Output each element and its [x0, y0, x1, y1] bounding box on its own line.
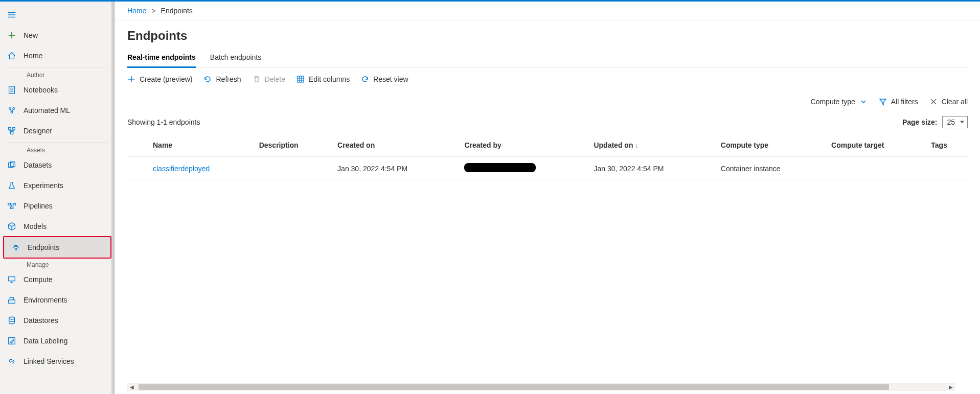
svg-rect-21	[9, 277, 15, 281]
sidebar-pipelines[interactable]: Pipelines	[0, 196, 115, 216]
sidebar-hamburger[interactable]	[0, 5, 115, 25]
sidebar-item-label: Datasets	[24, 161, 52, 169]
sidebar: New Home Author Notebooks Automated ML	[0, 2, 115, 394]
svg-rect-17	[8, 203, 10, 205]
link-icon	[7, 357, 16, 366]
pipeline-icon	[7, 201, 16, 211]
refresh-button[interactable]: Refresh	[203, 75, 241, 83]
svg-rect-22	[9, 300, 15, 303]
cell-created-on: Jan 30, 2022 4:54 PM	[332, 157, 459, 180]
sidebar-item-label: Designer	[24, 127, 52, 135]
sidebar-item-label: Notebooks	[24, 86, 58, 94]
column-description[interactable]: Description	[254, 133, 332, 157]
notebook-icon	[7, 85, 16, 95]
row-checkbox[interactable]	[127, 157, 148, 180]
column-created-by[interactable]: Created by	[459, 133, 588, 157]
sidebar-experiments[interactable]: Experiments	[0, 175, 115, 196]
sidebar-datasets[interactable]: Datasets	[0, 155, 115, 175]
sidebar-group-manage: Manage	[0, 258, 115, 269]
sidebar-home-label: Home	[24, 52, 42, 60]
edit-icon	[7, 336, 16, 345]
clear-all-button[interactable]: Clear all	[929, 98, 968, 106]
column-tags[interactable]: Tags	[926, 133, 968, 157]
filters-row: Compute type All filters Clear all	[127, 88, 968, 109]
column-name[interactable]: Name	[148, 133, 254, 157]
reset-view-button[interactable]: Reset view	[361, 75, 408, 83]
sidebar-datastores[interactable]: Datastores	[0, 310, 115, 331]
endpoint-link[interactable]: classifierdeployed	[153, 165, 210, 173]
toolbar-label: Refresh	[216, 75, 241, 83]
cube-icon	[7, 222, 16, 231]
sidebar-item-label: Datastores	[24, 316, 58, 325]
column-compute-type[interactable]: Compute type	[716, 133, 826, 157]
sidebar-item-label: Experiments	[24, 181, 63, 190]
column-compute-target[interactable]: Compute target	[826, 133, 926, 157]
sidebar-item-label: Data Labeling	[24, 337, 67, 345]
page-title: Endpoints	[127, 29, 968, 43]
plus-icon	[7, 31, 16, 40]
svg-rect-27	[298, 76, 304, 82]
hamburger-icon	[7, 10, 16, 19]
table-row[interactable]: classifierdeployed Jan 30, 2022 4:54 PM …	[127, 157, 968, 180]
sidebar-automated-ml[interactable]: Automated ML	[0, 100, 115, 121]
refresh-icon	[203, 75, 212, 83]
sort-down-icon: ↓	[635, 142, 638, 149]
tab-batch-endpoints[interactable]: Batch endpoints	[210, 48, 261, 67]
sidebar-item-label: Compute	[24, 275, 53, 284]
sidebar-group-author: Author	[0, 68, 115, 80]
tab-realtime-endpoints[interactable]: Real-time endpoints	[127, 48, 196, 67]
database-icon	[7, 316, 16, 325]
toolbar-label: Create (preview)	[140, 75, 192, 83]
cell-name: classifierdeployed	[148, 157, 254, 180]
column-select-all[interactable]	[127, 133, 148, 157]
cell-created-by	[459, 157, 588, 180]
all-filters-button[interactable]: All filters	[879, 98, 918, 106]
svg-point-10	[13, 108, 15, 110]
create-button[interactable]: Create (preview)	[127, 75, 192, 83]
column-created-on[interactable]: Created on	[332, 133, 459, 157]
monitor-icon	[7, 275, 16, 284]
trash-icon	[253, 75, 261, 83]
home-icon	[7, 51, 16, 60]
circle-checkbox-icon	[132, 163, 142, 172]
chevron-down-icon	[859, 98, 868, 106]
svg-point-23	[9, 317, 15, 319]
sidebar-item-label: Endpoints	[28, 243, 59, 251]
sidebar-linked-services[interactable]: Linked Services	[0, 351, 115, 372]
command-bar: Create (preview) Refresh Delete Edit col…	[127, 68, 968, 88]
page-size-select[interactable]: 25	[942, 116, 968, 128]
table-container: Name Description Created on Created by U…	[127, 133, 968, 383]
sidebar-data-labeling[interactable]: Data Labeling	[0, 331, 115, 351]
cell-compute-type: Container instance	[716, 157, 826, 180]
sidebar-notebooks[interactable]: Notebooks	[0, 80, 115, 100]
scroll-thumb[interactable]	[139, 384, 889, 390]
sidebar-compute[interactable]: Compute	[0, 269, 115, 290]
scroll-left-arrow-icon[interactable]: ◀	[127, 383, 136, 391]
column-updated-on[interactable]: Updated on↓	[588, 133, 715, 157]
tabs: Real-time endpoints Batch endpoints	[127, 48, 968, 68]
filter-icon	[879, 98, 887, 106]
sidebar-item-label: Automated ML	[24, 106, 70, 114]
annotation-highlight: Endpoints	[3, 236, 111, 259]
sidebar-new[interactable]: New	[0, 25, 115, 45]
sidebar-item-label: Pipelines	[24, 202, 53, 210]
sidebar-designer[interactable]: Designer	[0, 121, 115, 141]
scroll-right-arrow-icon[interactable]: ▶	[946, 383, 955, 391]
horizontal-scrollbar[interactable]: ◀ ▶	[127, 383, 955, 391]
svg-rect-18	[13, 203, 16, 205]
compute-type-filter[interactable]: Compute type	[811, 98, 868, 106]
sidebar-endpoints[interactable]: Endpoints	[4, 237, 110, 258]
sidebar-home[interactable]: Home	[0, 45, 115, 66]
endpoint-icon	[11, 243, 20, 252]
breadcrumb: Home > Endpoints	[115, 2, 980, 20]
filter-label: All filters	[891, 98, 918, 106]
sidebar-item-label: Linked Services	[24, 357, 74, 365]
toolbar-label: Delete	[265, 75, 285, 83]
svg-rect-12	[9, 128, 11, 130]
breadcrumb-home[interactable]: Home	[127, 7, 146, 15]
main-content: Home > Endpoints Endpoints Real-time end…	[115, 2, 980, 394]
sidebar-models[interactable]: Models	[0, 216, 115, 237]
table-header-row: Name Description Created on Created by U…	[127, 133, 968, 157]
edit-columns-button[interactable]: Edit columns	[297, 75, 350, 83]
sidebar-environments[interactable]: Environments	[0, 290, 115, 310]
